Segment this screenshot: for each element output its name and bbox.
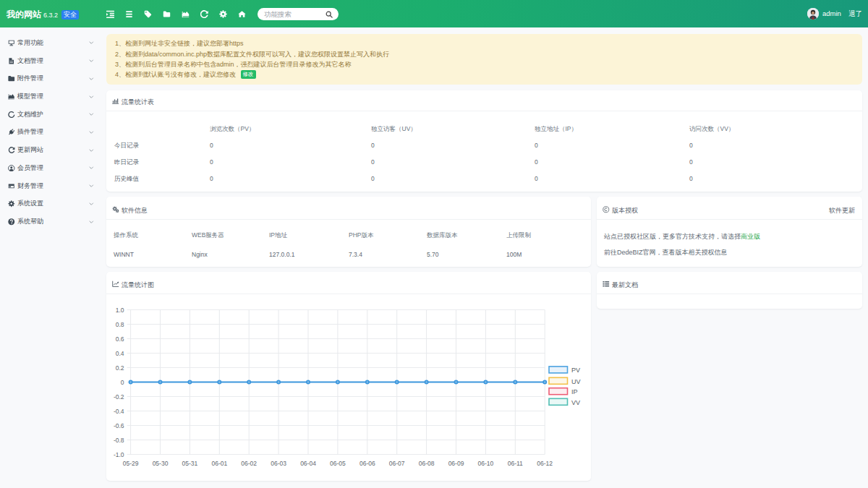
svg-text:0.2: 0.2: [116, 364, 124, 372]
svg-text:06-07: 06-07: [389, 460, 405, 467]
svg-text:IP: IP: [571, 388, 578, 395]
svg-text:05-31: 05-31: [182, 460, 198, 467]
svg-text:06-04: 06-04: [300, 460, 316, 467]
svg-text:UV: UV: [571, 378, 581, 385]
svg-text:-0.4: -0.4: [114, 408, 124, 415]
svg-text:PV: PV: [571, 367, 580, 374]
svg-text:06-02: 06-02: [241, 460, 257, 467]
svg-text:06-05: 06-05: [330, 460, 346, 467]
svg-text:06-09: 06-09: [448, 460, 464, 467]
svg-text:0.8: 0.8: [116, 321, 124, 328]
svg-text:-1.0: -1.0: [114, 451, 124, 458]
svg-text:-0.6: -0.6: [114, 422, 124, 429]
svg-text:05-29: 05-29: [123, 460, 139, 467]
svg-text:06-10: 06-10: [478, 460, 494, 467]
svg-text:1.0: 1.0: [116, 307, 124, 314]
svg-text:06-01: 06-01: [211, 460, 227, 467]
svg-text:-0.8: -0.8: [114, 437, 124, 444]
svg-text:-0.2: -0.2: [114, 393, 124, 401]
svg-text:06-11: 06-11: [508, 460, 523, 467]
svg-text:0: 0: [121, 379, 124, 386]
svg-text:VV: VV: [571, 399, 580, 406]
svg-text:0.6: 0.6: [116, 335, 124, 343]
svg-text:0.4: 0.4: [116, 350, 124, 357]
svg-text:06-08: 06-08: [419, 460, 435, 467]
svg-text:06-03: 06-03: [271, 460, 286, 467]
svg-text:05-30: 05-30: [153, 460, 169, 467]
svg-text:06-06: 06-06: [359, 460, 375, 467]
svg-text:06-12: 06-12: [537, 460, 553, 467]
